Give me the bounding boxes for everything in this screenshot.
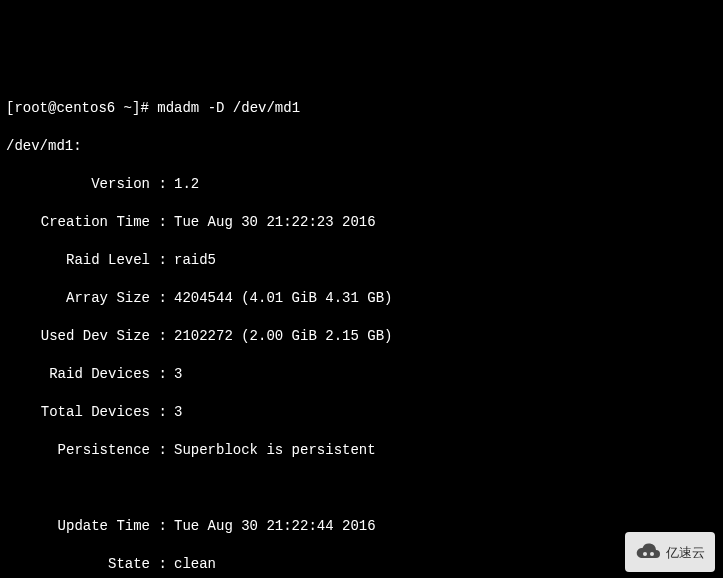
kv-sep: :: [150, 175, 174, 194]
kv-val: 1.2: [174, 175, 199, 194]
kv-sep: :: [150, 251, 174, 270]
kv-state: State : clean: [6, 555, 717, 574]
kv-val: Superblock is persistent: [174, 441, 376, 460]
kv-key: Version: [6, 175, 150, 194]
kv-sep: :: [150, 213, 174, 232]
shell-prompt: [root@centos6 ~]#: [6, 100, 157, 116]
kv-creation-time: Creation Time : Tue Aug 30 21:22:23 2016: [6, 213, 717, 232]
kv-val: 4204544 (4.01 GiB 4.31 GB): [174, 289, 392, 308]
kv-val: Tue Aug 30 21:22:44 2016: [174, 517, 376, 536]
kv-sep: :: [150, 289, 174, 308]
kv-sep: :: [150, 517, 174, 536]
blank-line: [6, 479, 717, 498]
kv-key: Persistence: [6, 441, 150, 460]
kv-array-size: Array Size : 4204544 (4.01 GiB 4.31 GB): [6, 289, 717, 308]
kv-key: Raid Devices: [6, 365, 150, 384]
kv-sep: :: [150, 327, 174, 346]
kv-key: Update Time: [6, 517, 150, 536]
terminal-output: [root@centos6 ~]# mdadm -D /dev/md1 /dev…: [6, 80, 717, 578]
kv-val: 3: [174, 365, 182, 384]
kv-key: Total Devices: [6, 403, 150, 422]
kv-sep: :: [150, 403, 174, 422]
kv-used-dev-size: Used Dev Size : 2102272 (2.00 GiB 2.15 G…: [6, 327, 717, 346]
kv-key: Array Size: [6, 289, 150, 308]
typed-command: mdadm -D /dev/md1: [157, 100, 300, 116]
prompt-line-1: [root@centos6 ~]# mdadm -D /dev/md1: [6, 99, 717, 118]
kv-val: 2102272 (2.00 GiB 2.15 GB): [174, 327, 392, 346]
kv-key: Used Dev Size: [6, 327, 150, 346]
device-header: /dev/md1:: [6, 137, 717, 156]
kv-val: raid5: [174, 251, 216, 270]
kv-raid-devices: Raid Devices : 3: [6, 365, 717, 384]
kv-key: Creation Time: [6, 213, 150, 232]
kv-sep: :: [150, 441, 174, 460]
kv-sep: :: [150, 365, 174, 384]
kv-version: Version : 1.2: [6, 175, 717, 194]
kv-raid-level: Raid Level : raid5: [6, 251, 717, 270]
kv-persistence: Persistence : Superblock is persistent: [6, 441, 717, 460]
kv-key: State: [6, 555, 150, 574]
kv-total-devices: Total Devices : 3: [6, 403, 717, 422]
kv-sep: :: [150, 555, 174, 574]
kv-val: clean: [174, 555, 216, 574]
kv-update-time: Update Time : Tue Aug 30 21:22:44 2016: [6, 517, 717, 536]
kv-val: Tue Aug 30 21:22:23 2016: [174, 213, 376, 232]
kv-val: 3: [174, 403, 182, 422]
kv-key: Raid Level: [6, 251, 150, 270]
